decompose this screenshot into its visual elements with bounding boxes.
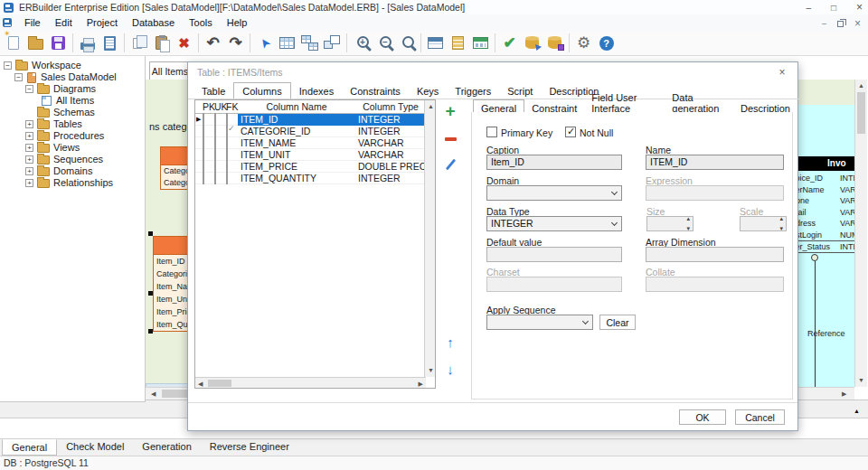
tab-generation[interactable]: Generation (133, 439, 200, 454)
tree-item-views[interactable]: Views (0, 142, 145, 154)
diagram-objects-icon[interactable] (321, 32, 344, 54)
fk-checkbox[interactable] (226, 172, 228, 184)
pk-checkbox[interactable] (203, 172, 204, 184)
delete-icon[interactable] (173, 32, 195, 54)
minimize-icon[interactable] (806, 3, 811, 13)
canvas-tab-all-items[interactable]: All Items (149, 61, 191, 80)
tree-item-workspace[interactable]: Workspace (0, 60, 145, 71)
zoom-out-icon[interactable] (373, 32, 395, 54)
uk-checkbox[interactable] (214, 148, 216, 161)
cancel-button[interactable]: Cancel (735, 409, 785, 425)
report-icon[interactable] (99, 32, 121, 54)
clear-button[interactable]: Clear (599, 315, 636, 330)
table-relations-icon[interactable] (298, 32, 321, 54)
name-input[interactable]: ITEM_ID (646, 155, 784, 170)
uk-checkbox[interactable] (214, 125, 216, 137)
redo-icon[interactable] (224, 32, 247, 54)
menu-project[interactable]: Project (80, 16, 125, 29)
new-file-icon[interactable] (2, 32, 24, 54)
document-view-icon[interactable] (447, 32, 469, 54)
apply-sequence-dropdown[interactable] (486, 315, 593, 330)
tree-item-diagrams[interactable]: Diagrams (0, 83, 145, 95)
verify-model-icon[interactable] (498, 32, 521, 54)
tab-columns[interactable]: Columns (233, 82, 290, 100)
ok-button[interactable]: OK (679, 409, 726, 425)
expand-icon[interactable] (25, 167, 33, 175)
select-cursor-icon[interactable] (253, 32, 276, 54)
expand-icon[interactable] (25, 144, 33, 152)
zoom-in-icon[interactable] (350, 32, 373, 54)
menu-file[interactable]: File (17, 16, 48, 29)
tree-item-all-items[interactable]: All Items (0, 95, 145, 107)
table-icon[interactable] (276, 32, 298, 54)
menu-edit[interactable]: Edit (48, 16, 80, 29)
grid-view-icon[interactable] (469, 32, 492, 54)
maximize-icon[interactable] (831, 3, 836, 13)
tab-reverse-engineer[interactable]: Reverse Engineer (201, 439, 298, 454)
tab-keys[interactable]: Keys (409, 83, 447, 99)
menu-database[interactable]: Database (125, 16, 182, 29)
fk-checkbox[interactable] (226, 148, 228, 161)
grid-row[interactable]: ITEM_PRICE DOUBLE PRECISION (195, 161, 435, 173)
help-icon[interactable] (595, 32, 618, 54)
collapse-icon[interactable] (4, 61, 12, 70)
undo-icon[interactable] (202, 32, 224, 54)
dialog-title-bar[interactable]: Table : ITEMS/Items (188, 62, 797, 82)
remove-column-button[interactable] (442, 131, 458, 147)
menu-tools[interactable]: Tools (182, 16, 220, 29)
form-view-icon[interactable] (424, 32, 447, 54)
not-null-checkbox[interactable] (565, 127, 576, 137)
pk-checkbox[interactable] (203, 160, 204, 173)
database-save-icon[interactable] (543, 32, 566, 54)
tab-indexes[interactable]: Indexes (291, 83, 343, 99)
mdi-minimize-icon[interactable] (822, 19, 826, 28)
copy-icon[interactable] (127, 32, 150, 54)
expand-icon[interactable] (25, 120, 33, 128)
data-type-dropdown[interactable]: INTEGER (486, 216, 622, 231)
close-icon[interactable] (856, 1, 863, 14)
uk-checkbox[interactable] (214, 136, 216, 149)
tree-item-sequences[interactable]: Sequences (0, 154, 145, 165)
add-column-button[interactable]: + (442, 103, 458, 119)
fk-checkbox[interactable] (226, 160, 228, 173)
default-value-input[interactable] (486, 247, 622, 262)
relationship-endpoint[interactable] (811, 254, 818, 261)
tab-check-model[interactable]: Check Model (57, 439, 133, 454)
grid-horizontal-scrollbar[interactable]: ◀ ▶ (195, 377, 426, 388)
grid-row[interactable]: CATEGORIE_ID INTEGER (195, 126, 435, 137)
tab-general[interactable]: General (2, 439, 57, 456)
grid-row[interactable]: ITEM_UNIT VARCHAR (195, 149, 435, 161)
settings-icon[interactable] (572, 32, 595, 54)
tab-script[interactable]: Script (499, 83, 541, 99)
mdi-restore-icon[interactable] (837, 21, 844, 27)
dialog-close-icon[interactable] (776, 66, 788, 79)
uk-checkbox[interactable] (214, 160, 216, 173)
database-script-icon[interactable] (521, 32, 543, 54)
tab-constraints[interactable]: Constraints (342, 83, 409, 99)
menu-help[interactable]: Help (220, 16, 255, 29)
pk-checkbox[interactable] (203, 125, 204, 137)
primary-key-checkbox[interactable] (486, 127, 497, 137)
grid-row[interactable]: ITEM_NAME VARCHAR (195, 137, 435, 149)
tab-table[interactable]: Table (193, 83, 233, 99)
print-icon[interactable] (76, 32, 99, 54)
tree-item-relationships[interactable]: Relationships (0, 177, 145, 189)
tab-triggers[interactable]: Triggers (447, 83, 499, 99)
grid-vertical-scrollbar[interactable]: ▲ ▼ (424, 100, 435, 377)
expand-icon[interactable] (25, 155, 33, 164)
tree-item-sales-datamodel[interactable]: Sales DataModel (0, 71, 145, 83)
domain-dropdown[interactable] (486, 185, 622, 201)
array-dimension-input[interactable] (646, 247, 784, 262)
fk-checkbox[interactable] (226, 136, 228, 149)
tree-item-tables[interactable]: Tables (0, 118, 145, 130)
tree-item-domains[interactable]: Domains (0, 165, 145, 177)
open-folder-icon[interactable] (24, 32, 47, 54)
uk-checkbox[interactable] (214, 172, 216, 184)
pk-checkbox[interactable] (203, 148, 204, 161)
paste-icon[interactable] (150, 32, 173, 54)
expand-icon[interactable] (25, 132, 33, 140)
collapse-icon[interactable] (14, 73, 23, 81)
grid-row[interactable]: ITEM_QUANTITY INTEGER (195, 173, 435, 184)
pk-checkbox[interactable] (203, 136, 204, 149)
document-icon[interactable] (3, 18, 12, 27)
